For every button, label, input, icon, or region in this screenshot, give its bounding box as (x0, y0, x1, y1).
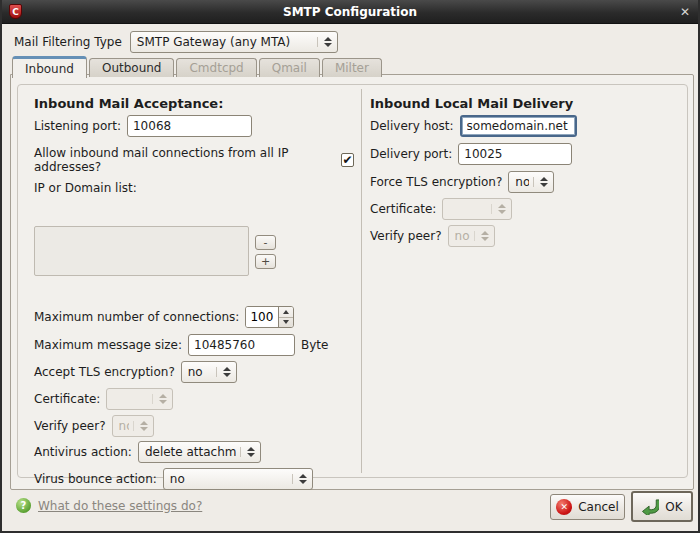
combo-arrows-icon (474, 231, 489, 241)
combo-arrows-icon (317, 37, 332, 47)
certificate-select (106, 388, 173, 410)
help-link-text: What do these settings do? (38, 499, 202, 513)
accept-tls-label: Accept TLS encryption? (34, 365, 175, 379)
checkmark-icon: ✔ (342, 154, 352, 166)
antivirus-action-label: Antivirus action: (34, 445, 132, 459)
verify-peer-label: Verify peer? (370, 229, 442, 243)
section-header: Inbound Mail Acceptance: (34, 96, 354, 111)
list-remove-button[interactable]: - (255, 235, 276, 250)
combo-arrows-icon (216, 367, 231, 377)
max-connections-label: Maximum number of connections: (34, 310, 239, 324)
delivery-port-input[interactable] (458, 143, 572, 165)
verify-peer-label: Verify peer? (34, 419, 106, 433)
delivery-certificate-select (442, 198, 512, 220)
max-connections-spinner[interactable] (245, 306, 294, 328)
cancel-button-label: Cancel (578, 500, 619, 514)
titlebar: C SMTP Configuration ✕ (0, 0, 700, 24)
ok-button-label: OK (665, 500, 682, 514)
inbound-tab-page: Inbound Mail Acceptance: Listening port:… (10, 74, 694, 490)
tab-qmail: Qmail (259, 58, 320, 77)
smtp-configuration-dialog: C SMTP Configuration ✕ Mail Filtering Ty… (0, 0, 700, 533)
verify-peer-select: no (112, 415, 154, 437)
delivery-port-label: Delivery port: (370, 147, 452, 161)
mail-filtering-type-value: SMTP Gateway (any MTA) (137, 35, 313, 49)
force-tls-label: Force TLS encryption? (370, 175, 502, 189)
panel-divider (361, 89, 362, 473)
combo-arrows-icon (133, 421, 148, 431)
combo-arrows-icon (491, 204, 506, 214)
delivery-host-input[interactable] (460, 115, 577, 137)
list-add-button[interactable]: + (255, 254, 276, 269)
cancel-icon: ✕ (556, 499, 572, 515)
max-message-size-label: Maximum message size: (34, 338, 182, 352)
inbound-mail-acceptance-section: Inbound Mail Acceptance: Listening port:… (34, 85, 354, 490)
delivery-verify-peer-select: no (448, 225, 495, 247)
verify-peer-value: no (119, 419, 129, 433)
virus-bounce-action-value: no (170, 472, 288, 486)
listening-port-label: Listening port: (34, 119, 121, 133)
max-connections-input[interactable] (246, 307, 278, 327)
combo-arrows-icon (240, 447, 255, 457)
byte-unit-label: Byte (301, 338, 328, 352)
help-link[interactable]: ? What do these settings do? (16, 498, 202, 513)
allow-all-ips-label: Allow inbound mail connections from all … (34, 146, 335, 174)
virus-bounce-action-label: Virus bounce action: (34, 472, 157, 486)
tab-milter: Milter (322, 58, 382, 77)
content-frame: Inbound Mail Acceptance: Listening port:… (17, 84, 688, 478)
inbound-local-mail-delivery-section: Inbound Local Mail Delivery Delivery hos… (370, 85, 677, 247)
listening-port-input[interactable] (127, 115, 252, 137)
combo-arrows-icon (292, 474, 307, 484)
tab-bar: Inbound Outbound Cmdtcpd Qmail Milter (12, 56, 384, 77)
ip-domain-listbox[interactable] (34, 226, 249, 276)
app-shield-icon: C (9, 4, 22, 19)
tab-cmdtcpd: Cmdtcpd (176, 58, 256, 77)
combo-arrows-icon (152, 394, 167, 404)
tab-outbound[interactable]: Outbound (89, 58, 175, 77)
cancel-button[interactable]: ✕ Cancel (550, 494, 625, 520)
certificate-label: Certificate: (370, 202, 436, 216)
combo-arrows-icon (533, 177, 548, 187)
delivery-verify-peer-value: no (455, 229, 470, 243)
accept-tls-value: no (188, 365, 212, 379)
antivirus-action-select[interactable]: delete attachment (138, 441, 261, 463)
spinner-arrows-icon[interactable] (278, 307, 293, 327)
delivery-host-label: Delivery host: (370, 119, 454, 133)
accept-tls-select[interactable]: no (181, 361, 237, 383)
max-message-size-input[interactable] (188, 334, 295, 356)
window-title: SMTP Configuration (0, 5, 700, 19)
close-icon[interactable]: ✕ (680, 4, 690, 20)
ip-domain-list-label: IP or Domain list: (34, 181, 137, 195)
antivirus-action-value: delete attachment (145, 445, 236, 459)
ok-button[interactable]: OK (631, 491, 693, 522)
certificate-label: Certificate: (34, 392, 100, 406)
mail-filtering-type-label: Mail Filtering Type (14, 35, 122, 49)
force-tls-value: no (515, 175, 529, 189)
force-tls-select[interactable]: no (508, 171, 554, 193)
virus-bounce-action-select[interactable]: no (163, 468, 313, 490)
allow-all-ips-checkbox[interactable]: ✔ (341, 153, 354, 167)
ok-arrow-icon (641, 499, 659, 515)
section-header: Inbound Local Mail Delivery (370, 96, 677, 111)
tab-inbound[interactable]: Inbound (12, 56, 87, 78)
mail-filtering-type-select[interactable]: SMTP Gateway (any MTA) (130, 31, 338, 53)
help-icon: ? (16, 498, 31, 513)
